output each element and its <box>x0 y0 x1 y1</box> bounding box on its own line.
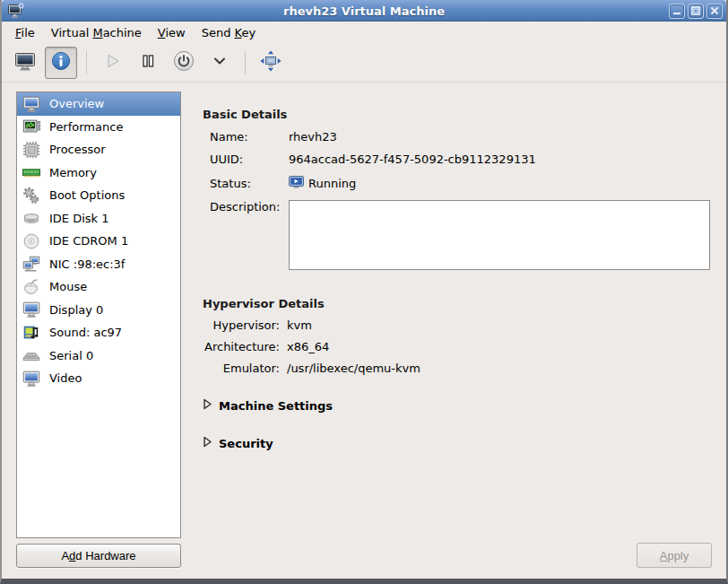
power-icon <box>171 48 196 76</box>
serial-port-icon <box>22 345 41 365</box>
uuid-row: UUID: 964accad-5627-f457-5092-cb91123291… <box>203 153 712 166</box>
titlebar[interactable]: rhevh23 Virtual Machine <box>2 0 726 22</box>
description-input[interactable] <box>289 200 710 270</box>
display-icon <box>22 300 41 319</box>
menu-file[interactable]: File <box>7 23 43 42</box>
console-monitor-icon <box>13 49 37 75</box>
menubar: File Virtual Machine View Send Key <box>2 22 726 43</box>
shutdown-button[interactable] <box>168 47 200 79</box>
chevron-down-icon <box>212 53 228 72</box>
sidebar-item-processor[interactable]: Processor <box>17 138 180 161</box>
status-label: Status: <box>210 177 289 190</box>
sidebar-item-label: Overview <box>49 97 104 110</box>
apply-label-rest: pply <box>667 549 689 562</box>
sidebar-item-label: Sound: ac97 <box>49 326 122 339</box>
architecture-row: Architecture: x86_64 <box>203 340 712 353</box>
sidebar-item-ide-disk-1[interactable]: IDE Disk 1 <box>17 207 180 231</box>
sidebar-item-label: Mouse <box>49 280 87 293</box>
sidebar-item-memory[interactable]: Memory <box>17 161 180 185</box>
menu-virtual-machine[interactable]: Virtual Machine <box>43 23 150 42</box>
machine-settings-expander[interactable]: Machine Settings <box>203 398 712 413</box>
toolbar-separator <box>86 51 87 74</box>
menu-sendkey-label: Send <box>202 26 235 39</box>
hardware-list: Overview Performance <box>16 92 181 538</box>
sidebar-item-label: Video <box>49 371 82 385</box>
content-area: Overview Performance <box>2 83 726 579</box>
emulator-row: Emulator: /usr/libexec/qemu-kvm <box>203 362 712 375</box>
status-value: Running <box>308 177 356 190</box>
architecture-label: Architecture: <box>203 340 280 353</box>
sidebar-item-video[interactable]: Video <box>17 367 180 390</box>
overview-panel: Basic Details Name: rhevh23 UUID: 964acc… <box>203 83 712 579</box>
hypervisor-value: kvm <box>287 318 312 332</box>
sidebar-item-ide-cdrom-1[interactable]: IDE CDROM 1 <box>17 230 180 253</box>
fullscreen-button[interactable] <box>255 47 287 79</box>
gears-icon <box>22 186 41 205</box>
hypervisor-row: Hypervisor: kvm <box>203 318 712 332</box>
mouse-icon <box>22 277 41 297</box>
add-hardware-label: A <box>61 549 69 562</box>
sidebar-item-display-0[interactable]: Display 0 <box>17 299 180 322</box>
sidebar-item-label: Performance <box>49 120 123 134</box>
menu-vm-mnemonic: M <box>92 26 102 39</box>
close-button[interactable] <box>706 4 723 19</box>
menu-sendkey-label-rest: ey <box>241 26 256 39</box>
machine-settings-label: Machine Settings <box>219 399 333 413</box>
running-status-icon <box>289 175 305 192</box>
menu-vm-label: Virtual <box>51 26 93 39</box>
sidebar-item-boot-options[interactable]: Boot Options <box>17 184 180 207</box>
toolbar <box>2 43 726 83</box>
menu-view[interactable]: View <box>150 23 194 42</box>
expander-collapsed-icon <box>203 436 212 450</box>
name-label: Name: <box>210 130 289 144</box>
sound-card-icon <box>22 323 41 343</box>
sidebar-item-mouse[interactable]: Mouse <box>17 275 180 299</box>
maximize-button[interactable] <box>688 4 704 19</box>
name-row: Name: rhevh23 <box>203 130 712 144</box>
sidebar-item-label: NIC :98:ec:3f <box>49 257 125 271</box>
sidebar-item-serial-0[interactable]: Serial 0 <box>17 344 180 368</box>
description-row: Description: <box>203 200 712 270</box>
uuid-value: 964accad-5627-f457-5092-cb9112329131 <box>289 153 536 166</box>
minimize-icon <box>672 7 681 15</box>
window-title: rhevh23 Virtual Machine <box>2 4 726 18</box>
apply-button[interactable]: Apply <box>637 543 712 568</box>
security-expander[interactable]: Security <box>203 436 712 450</box>
sidebar-item-performance[interactable]: Performance <box>17 116 180 139</box>
maximize-icon <box>691 6 700 15</box>
shutdown-menu-button[interactable] <box>204 47 236 79</box>
hard-disk-icon <box>22 208 41 228</box>
hypervisor-details-heading: Hypervisor Details <box>203 297 712 310</box>
monitor-icon <box>22 94 41 114</box>
sidebar-item-label: Processor <box>49 143 106 156</box>
cpu-chip-icon <box>22 140 41 160</box>
show-details-button[interactable] <box>45 47 77 79</box>
app-window-icon <box>7 3 25 19</box>
performance-chart-icon <box>22 117 41 136</box>
menu-send-key[interactable]: Send Key <box>194 23 264 42</box>
vm-details-window: rhevh23 Virtual Machine File Virtual Mac… <box>0 0 728 584</box>
architecture-value: x86_64 <box>287 340 329 353</box>
memory-stick-icon <box>22 162 41 182</box>
emulator-value: /usr/libexec/qemu-kvm <box>287 362 420 375</box>
pause-button[interactable] <box>132 47 164 79</box>
menu-view-label-rest: iew <box>165 26 185 39</box>
close-icon <box>710 6 719 15</box>
uuid-label: UUID: <box>210 153 289 166</box>
fullscreen-icon <box>258 48 283 76</box>
network-icon <box>22 254 41 274</box>
sidebar-item-overview[interactable]: Overview <box>17 92 180 116</box>
expander-collapsed-icon <box>203 398 212 413</box>
sidebar-item-label: IDE CDROM 1 <box>49 234 128 248</box>
sidebar-item-label: IDE Disk 1 <box>49 212 109 225</box>
run-button[interactable] <box>96 47 128 79</box>
show-console-button[interactable] <box>9 47 41 79</box>
play-icon <box>100 49 124 75</box>
menu-vm-label-rest: achine <box>103 26 142 39</box>
add-hardware-button[interactable]: Add Hardware <box>16 544 181 568</box>
sidebar-item-sound[interactable]: Sound: ac97 <box>17 321 180 344</box>
security-label: Security <box>219 437 273 450</box>
minimize-button[interactable] <box>669 4 685 19</box>
sidebar-item-nic[interactable]: NIC :98:ec:3f <box>17 253 180 276</box>
sidebar-item-label: Boot Options <box>49 188 125 202</box>
